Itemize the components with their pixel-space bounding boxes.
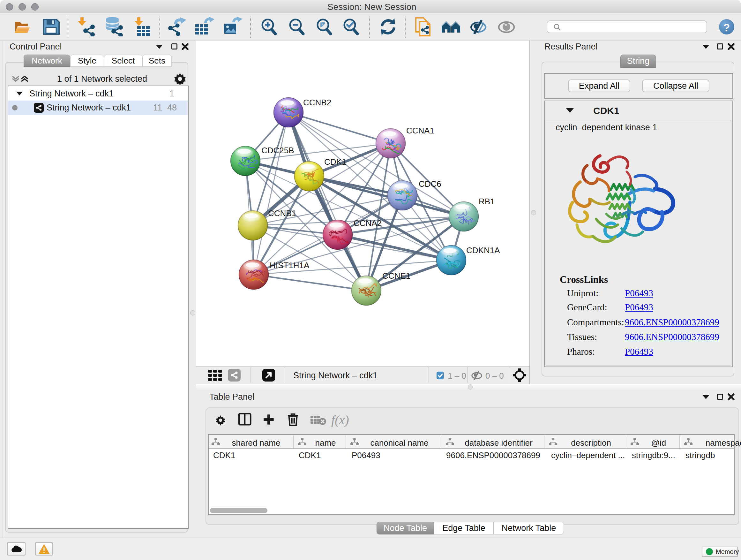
svg-text:CDK1: CDK1 xyxy=(324,157,346,167)
svg-text:CDC25B: CDC25B xyxy=(261,145,294,155)
svg-text:CCNA1: CCNA1 xyxy=(406,126,434,135)
svg-text:CCNB1: CCNB1 xyxy=(268,208,296,218)
svg-text:CCNA2: CCNA2 xyxy=(354,219,382,228)
svg-text:CCNE1: CCNE1 xyxy=(382,271,410,281)
svg-text:RB1: RB1 xyxy=(479,197,495,206)
svg-text:CDKN1A: CDKN1A xyxy=(466,246,500,255)
svg-text:CCNB2: CCNB2 xyxy=(303,98,331,107)
svg-text:HIST1H1A: HIST1H1A xyxy=(270,260,310,270)
svg-text:CDC6: CDC6 xyxy=(419,179,441,189)
